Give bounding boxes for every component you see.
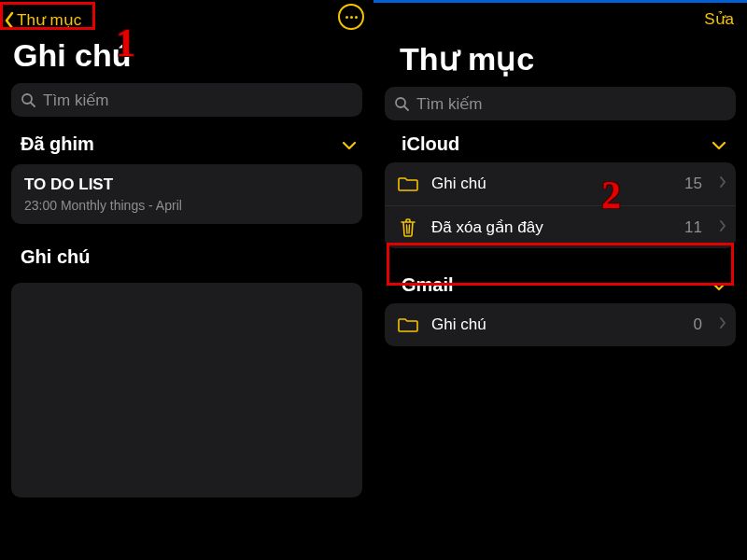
notes-section-header: Ghi chú xyxy=(0,241,374,277)
gmail-header-label: Gmail xyxy=(402,274,454,296)
svg-line-1 xyxy=(31,103,35,106)
back-button[interactable]: Thư mục xyxy=(4,8,85,30)
more-options-button[interactable] xyxy=(338,4,364,30)
folder-row-gmail-notes[interactable]: Ghi chú 0 xyxy=(385,303,736,346)
pinned-note-card[interactable]: TO DO LIST 23:00 Monthly things - April xyxy=(11,164,362,224)
note-subtitle: 23:00 Monthly things - April xyxy=(24,198,349,213)
chevron-down-icon xyxy=(712,133,726,155)
chevron-left-icon xyxy=(4,11,15,30)
pinned-section-header[interactable]: Đã ghim xyxy=(0,130,374,164)
icloud-header-label: iCloud xyxy=(402,133,459,155)
search-field[interactable]: Tìm kiếm xyxy=(11,83,362,117)
topbar-left: Thư mục xyxy=(0,0,374,32)
folder-row-notes[interactable]: Ghi chú 15 xyxy=(385,162,736,205)
back-button-label: Thư mục xyxy=(17,10,81,30)
svg-line-3 xyxy=(404,106,408,110)
search-field[interactable]: Tìm kiếm xyxy=(385,87,736,120)
page-title: Thư mục xyxy=(374,31,747,87)
icloud-section-header[interactable]: iCloud xyxy=(374,133,747,162)
page-title: Ghi chú xyxy=(0,32,374,83)
gmail-section-header[interactable]: Gmail xyxy=(374,274,747,303)
folder-row-label: Ghi chú xyxy=(431,175,671,193)
screen-notes-list: 1 Thư mục Ghi chú Tìm kiếm Đã ghim TO DO… xyxy=(0,0,374,560)
chevron-down-icon xyxy=(712,274,726,296)
chevron-down-icon xyxy=(342,133,357,155)
svg-line-4 xyxy=(407,225,408,233)
folder-row-label: Đã xóa gần đây xyxy=(431,217,671,237)
folder-row-count: 11 xyxy=(684,218,702,237)
folder-row-recently-deleted[interactable]: Đã xóa gần đây 11 xyxy=(385,205,736,248)
search-placeholder: Tìm kiếm xyxy=(43,91,108,110)
gmail-folder-list: Ghi chú 0 xyxy=(374,303,747,346)
chevron-right-icon xyxy=(719,219,726,236)
search-icon xyxy=(394,96,409,111)
annotation-number-2: 2 xyxy=(601,173,621,217)
chevron-right-icon xyxy=(719,175,726,192)
folder-icon xyxy=(398,175,418,192)
screen-folders-list: 2 Sửa Thư mục Tìm kiếm iCloud Ghi chú 15 xyxy=(374,0,747,560)
annotation-number-1: 1 xyxy=(116,21,135,65)
note-title: TO DO LIST xyxy=(24,175,349,194)
icloud-folder-list: Ghi chú 15 Đã xóa gần đây 11 xyxy=(374,162,747,248)
search-placeholder: Tìm kiếm xyxy=(416,94,482,114)
folder-row-count: 0 xyxy=(694,315,702,334)
folder-icon xyxy=(398,316,418,333)
chevron-right-icon xyxy=(719,316,726,333)
ellipsis-icon xyxy=(345,16,358,19)
folder-row-count: 15 xyxy=(684,175,702,193)
edit-button[interactable]: Sửa xyxy=(704,9,734,31)
trash-icon xyxy=(398,217,418,238)
topbar-right: Sửa xyxy=(374,3,747,31)
notes-list-container[interactable] xyxy=(11,283,362,497)
pinned-header-label: Đã ghim xyxy=(21,133,94,155)
svg-line-5 xyxy=(409,225,410,233)
search-icon xyxy=(21,92,35,107)
folder-row-label: Ghi chú xyxy=(431,315,681,334)
